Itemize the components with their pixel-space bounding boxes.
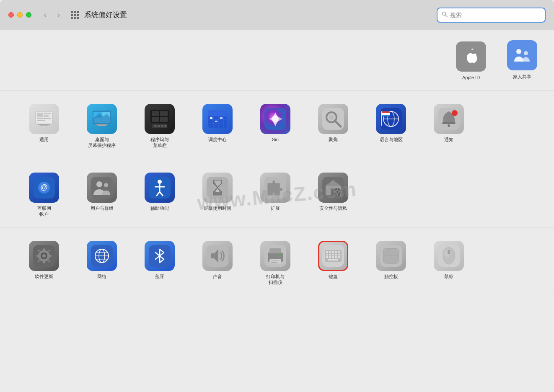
section-3-row: 软件更新 网络 <box>17 239 537 287</box>
family-sharing-item[interactable]: 家人共享 <box>507 40 537 80</box>
siri-label: Siri <box>272 137 279 142</box>
svg-rect-10 <box>40 125 48 126</box>
pref-item-notifications[interactable]: 通知 <box>422 102 476 150</box>
close-button[interactable] <box>8 12 14 18</box>
internet-icon: @ <box>29 173 59 203</box>
minimize-button[interactable] <box>17 12 23 18</box>
pref-item-sound[interactable]: 声音 <box>190 239 245 287</box>
maximize-button[interactable] <box>26 12 31 18</box>
grid-icon[interactable] <box>71 11 79 19</box>
accessibility-label: 辅助功能 <box>150 205 169 211</box>
svg-rect-9 <box>37 120 45 121</box>
svg-point-106 <box>280 254 281 256</box>
svg-rect-77 <box>334 191 335 192</box>
security-icon <box>318 173 348 203</box>
svg-rect-115 <box>329 254 331 255</box>
svg-rect-29 <box>208 115 227 116</box>
svg-point-53 <box>448 124 450 127</box>
svg-rect-102 <box>269 248 281 253</box>
svg-rect-111 <box>332 251 334 253</box>
svg-rect-83 <box>43 248 45 251</box>
pref-item-software[interactable]: 软件更新 <box>17 239 71 287</box>
section-1: 通用 桌面与屏幕保护程序 <box>0 90 554 159</box>
screentime-icon <box>202 173 233 203</box>
svg-rect-19 <box>160 111 168 116</box>
svg-rect-122 <box>335 256 337 258</box>
svg-rect-123 <box>338 256 340 258</box>
pref-item-general[interactable]: 通用 <box>17 102 71 150</box>
svg-point-54 <box>452 110 458 116</box>
section-1-row: 通用 桌面与屏幕保护程序 <box>17 102 537 150</box>
svg-rect-15 <box>98 125 106 126</box>
svg-rect-121 <box>332 256 334 258</box>
forward-button[interactable]: › <box>53 10 64 21</box>
apple-id-icon <box>456 41 486 72</box>
svg-rect-117 <box>335 254 337 255</box>
pref-item-siri[interactable]: Siri <box>248 102 303 150</box>
pref-item-spotlight[interactable]: 聚焦 <box>306 102 360 150</box>
pref-item-screentime[interactable]: 屏幕使用时间 <box>190 171 245 219</box>
svg-point-25 <box>161 125 163 127</box>
network-label: 网络 <box>97 273 106 279</box>
extensions-icon <box>260 173 290 203</box>
accessibility-icon <box>145 173 175 203</box>
svg-rect-5 <box>37 113 43 117</box>
internet-label: 互联网帐户 <box>37 205 51 217</box>
pref-item-bluetooth[interactable]: 蓝牙 <box>132 239 187 287</box>
pref-item-printer[interactable]: 打印机与扫描仪 <box>248 239 303 287</box>
svg-rect-20 <box>152 117 159 122</box>
pref-item-security[interactable]: 安全性与隐私 <box>306 171 360 219</box>
svg-rect-16 <box>96 124 108 125</box>
screentime-label: 屏幕使用时间 <box>204 205 231 211</box>
pref-item-users[interactable]: 用户与群组 <box>75 171 129 219</box>
titlebar: ‹ › 系统偏好设置 <box>0 0 554 30</box>
svg-rect-130 <box>448 250 450 254</box>
svg-rect-18 <box>152 111 159 116</box>
pref-item-desktop[interactable]: 桌面与屏幕保护程序 <box>75 102 129 150</box>
svg-line-1 <box>445 15 447 17</box>
svg-rect-6 <box>44 113 51 114</box>
network-icon <box>87 241 117 271</box>
svg-rect-36 <box>215 121 217 122</box>
svg-rect-35 <box>210 117 212 119</box>
pref-item-accessibility[interactable]: 辅助功能 <box>132 171 187 219</box>
svg-rect-124 <box>328 259 338 260</box>
schedule-icon <box>202 104 233 134</box>
language-label: 语言与地区 <box>380 137 403 142</box>
bluetooth-icon <box>145 241 175 271</box>
svg-rect-120 <box>329 256 331 258</box>
mission-label: 程序坞与菜单栏 <box>150 137 169 149</box>
apple-id-item[interactable]: Apple ID <box>456 41 486 80</box>
svg-point-74 <box>337 191 339 193</box>
mouse-icon <box>434 241 464 271</box>
back-button[interactable]: ‹ <box>40 10 51 21</box>
pref-item-keyboard[interactable]: 键盘 <box>306 239 360 287</box>
pref-item-mission[interactable]: 程序坞与菜单栏 <box>132 102 187 150</box>
language-icon <box>376 104 406 134</box>
spotlight-icon <box>318 104 348 134</box>
general-icon <box>29 104 59 134</box>
svg-rect-84 <box>43 261 45 263</box>
mouse-label: 鼠标 <box>444 273 453 279</box>
pref-item-mouse[interactable]: 鼠标 <box>422 239 476 287</box>
search-box[interactable] <box>437 8 546 23</box>
notifications-icon <box>434 104 464 134</box>
siri-icon <box>260 104 290 134</box>
pref-item-internet[interactable]: @ 互联网帐户 <box>17 171 71 219</box>
svg-point-24 <box>158 125 160 127</box>
pref-item-trackpad[interactable]: 触控板 <box>364 239 418 287</box>
section-3: 软件更新 网络 <box>0 227 554 296</box>
pref-item-network[interactable]: 网络 <box>75 239 129 287</box>
pref-item-extensions[interactable]: 扩展 <box>248 171 303 219</box>
trackpad-label: 触控板 <box>384 273 398 279</box>
extensions-label: 扩展 <box>271 205 280 211</box>
pref-item-language[interactable]: 语言与地区 <box>364 102 418 150</box>
keyboard-icon <box>318 241 348 271</box>
pref-item-schedule[interactable]: 调度中心 <box>190 102 245 150</box>
svg-point-2 <box>516 49 521 54</box>
svg-point-59 <box>96 181 102 187</box>
svg-rect-86 <box>49 255 52 257</box>
search-input[interactable] <box>450 12 541 18</box>
section-2: @ 互联网帐户 <box>0 159 554 228</box>
svg-rect-52 <box>442 122 456 124</box>
